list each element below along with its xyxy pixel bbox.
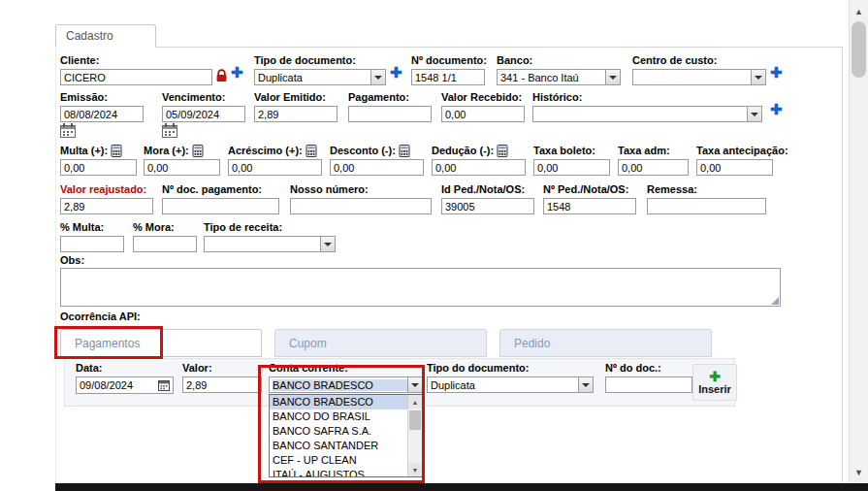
acrescimo-label: Acréscimo (+):	[228, 145, 303, 157]
taxa-antecipacao-input[interactable]	[696, 159, 773, 176]
chevron-down-icon	[370, 70, 385, 84]
desconto-input[interactable]	[330, 159, 424, 176]
valor-emitido-input[interactable]	[254, 106, 338, 122]
id-ped-label: Id Ped./Nota/OS:	[441, 183, 534, 196]
tab-pagamentos[interactable]: Pagamentos	[60, 329, 262, 357]
calculator-icon[interactable]	[192, 145, 204, 157]
taxa-boleto-input[interactable]	[533, 159, 610, 176]
nosso-numero-input[interactable]	[290, 198, 432, 214]
calendar-icon[interactable]	[60, 123, 76, 138]
ocorrencia-api-label: Ocorrência API:	[60, 311, 141, 323]
field-pct-multa: % Multa:	[60, 221, 124, 252]
acrescimo-input[interactable]	[228, 159, 322, 176]
pct-mora-input[interactable]	[133, 236, 197, 252]
scroll-down-icon[interactable]: ▼	[408, 463, 422, 476]
tab-pagamentos-label: Pagamentos	[75, 337, 140, 350]
vencimento-input[interactable]	[162, 106, 245, 122]
deducao-label: Dedução (-):	[432, 145, 494, 157]
calculator-icon[interactable]	[111, 145, 122, 157]
calculator-icon[interactable]	[399, 145, 410, 157]
cliente-label: Cliente:	[60, 54, 212, 67]
tab-cupom[interactable]: Cupom	[274, 329, 487, 357]
scrollbar-thumb[interactable]	[852, 21, 866, 78]
pay-n-doc-label: Nº do doc.:	[605, 362, 692, 375]
field-pagamento: Pagamento:	[348, 91, 432, 122]
remessa-label: Remessa:	[647, 183, 766, 196]
resize-grip-icon[interactable]	[771, 297, 779, 305]
tab-cadastro[interactable]: Cadastro	[55, 24, 156, 48]
deducao-input[interactable]	[432, 159, 526, 176]
conta-corrente-label: Conta corrente:	[269, 362, 423, 375]
pay-tipo-documento-select[interactable]: Duplicata	[427, 376, 594, 393]
add-icon[interactable]: ✚	[390, 65, 402, 81]
pay-tipo-documento-label: Tipo do documento:	[427, 362, 594, 375]
calendar-icon[interactable]	[162, 123, 177, 138]
multa-input[interactable]	[60, 159, 137, 176]
field-id-ped: Id Ped./Nota/OS:	[441, 183, 534, 214]
valor-recebido-input[interactable]	[441, 106, 525, 122]
field-pay-tipo-documento: Tipo do documento: Duplicata	[427, 362, 594, 393]
dropdown-option[interactable]: BANCO DO BRASIL	[270, 409, 407, 424]
dropdown-option[interactable]: BANCO SANTANDER	[270, 439, 407, 453]
n-documento-input[interactable]	[411, 69, 485, 85]
conta-corrente-select[interactable]: BANCO BRADESCO	[269, 376, 423, 393]
emissao-input[interactable]	[60, 106, 144, 122]
calendar-icon[interactable]	[158, 379, 170, 391]
tipo-documento-label: Tipo de documento:	[254, 54, 386, 67]
inserir-button[interactable]: ✚ Inserir	[692, 364, 737, 401]
dropdown-option[interactable]: CEF - UP CLEAN	[270, 453, 407, 468]
pct-multa-input[interactable]	[60, 236, 124, 252]
centro-custo-select[interactable]	[632, 69, 766, 85]
tipo-receita-select[interactable]	[204, 236, 336, 252]
valor-reajustado-input[interactable]	[60, 198, 153, 214]
pay-valor-label: Valor:	[182, 362, 262, 375]
calculator-icon[interactable]	[497, 145, 508, 157]
add-icon[interactable]: ✚	[231, 65, 243, 81]
scroll-up-icon[interactable]: ▲	[408, 395, 422, 409]
lock-icon[interactable]	[215, 69, 228, 82]
dropdown-option[interactable]: BANCO SAFRA S.A.	[270, 424, 407, 439]
add-icon[interactable]: ✚	[770, 102, 783, 117]
tab-pedido[interactable]: Pedido	[499, 329, 712, 357]
tipo-documento-select[interactable]: Duplicata	[254, 69, 386, 85]
scroll-down-icon[interactable]: ▼	[850, 464, 868, 480]
field-centro-custo: Centro de custo:	[632, 54, 766, 85]
pay-valor-input[interactable]	[182, 376, 262, 393]
pay-n-doc-input[interactable]	[605, 376, 692, 393]
dropdown-scrollbar[interactable]: ▲ ▼	[407, 395, 422, 476]
field-n-ped: Nº Ped./Nota/OS:	[543, 183, 636, 214]
field-multa: Multa (+):	[60, 145, 137, 176]
add-icon[interactable]: ✚	[770, 65, 783, 81]
taxa-adm-input[interactable]	[618, 159, 689, 176]
id-ped-input[interactable]	[441, 198, 534, 214]
n-ped-input[interactable]	[543, 198, 636, 214]
pagamento-input[interactable]	[348, 106, 432, 122]
calculator-icon[interactable]	[305, 145, 317, 157]
dropdown-option[interactable]: ITAÚ - AUGUSTOS	[270, 468, 407, 477]
scroll-up-icon[interactable]: ▲	[850, 3, 868, 19]
banco-select[interactable]: 341 - Banco Itaú	[497, 69, 621, 85]
chevron-down-icon	[578, 377, 593, 392]
taxa-adm-label: Taxa adm:	[618, 145, 689, 157]
historico-select[interactable]	[532, 106, 762, 122]
remessa-input[interactable]	[647, 198, 766, 214]
nosso-numero-label: Nosso número:	[290, 183, 432, 196]
field-tipo-documento: Tipo de documento: Duplicata	[254, 54, 386, 85]
scrollbar-thumb[interactable]	[409, 410, 421, 430]
pay-data-input[interactable]: 09/08/2024	[76, 376, 174, 394]
obs-textarea[interactable]	[60, 268, 781, 307]
mora-input[interactable]	[144, 159, 220, 176]
n-ped-label: Nº Ped./Nota/OS:	[543, 183, 636, 196]
field-remessa: Remessa:	[647, 183, 766, 214]
chevron-down-icon	[320, 237, 335, 251]
n-doc-pagamento-input[interactable]	[162, 198, 279, 214]
cliente-input[interactable]	[60, 69, 212, 85]
field-mora: Mora (+):	[144, 145, 220, 176]
field-valor-emitido: Valor Emitido:	[254, 91, 338, 122]
dropdown-option[interactable]: BANCO BRADESCO	[270, 395, 407, 409]
field-cliente: Cliente:	[60, 54, 212, 85]
field-conta-corrente: Conta corrente: BANCO BRADESCO	[269, 362, 423, 393]
pay-tipo-documento-value: Duplicata	[431, 379, 578, 391]
field-taxa-adm: Taxa adm:	[618, 145, 689, 176]
vertical-scrollbar[interactable]: ▲ ▼	[849, 0, 868, 482]
